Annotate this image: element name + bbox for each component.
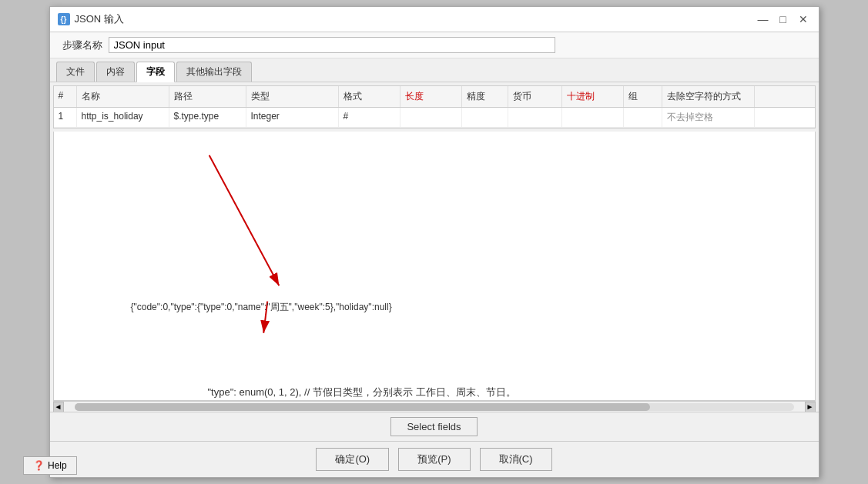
close-button[interactable]: ✕ — [796, 12, 811, 27]
cell-currency — [508, 108, 562, 127]
fields-table: # 名称 路径 类型 格式 长度 精度 货币 十进制 组 去除空字符的方式 1 … — [53, 85, 816, 129]
scrollbar-thumb[interactable] — [75, 403, 650, 411]
step-name-row: 步骤名称 document.querySelector('.step-input… — [50, 32, 819, 58]
tab-field[interactable]: 字段 — [136, 62, 175, 82]
select-fields-button[interactable]: Select fields — [390, 417, 477, 436]
step-label: 步骤名称 — [62, 38, 102, 52]
col-trim: 去除空字符的方式 — [662, 86, 755, 107]
table-row[interactable]: 1 http_is_holiday $.type.type Integer # … — [54, 108, 815, 128]
scroll-left-arrow[interactable]: ◄ — [53, 402, 64, 412]
select-fields-bar: Select fields — [50, 412, 819, 441]
cell-name: http_is_holiday — [77, 108, 169, 127]
tab-content[interactable]: 内容 — [96, 62, 135, 82]
col-path: 路径 — [169, 86, 246, 107]
window-title: JSON 输入 — [75, 12, 124, 26]
help-icon: ❓ — [33, 460, 45, 471]
maximize-button[interactable]: □ — [776, 12, 791, 27]
content-area: {"code":0,"type":{"type":0,"name":"周五","… — [53, 132, 816, 401]
col-type: 类型 — [246, 86, 339, 107]
col-length: 长度 — [400, 86, 462, 107]
footer: 确定(O) 预览(P) 取消(C) — [50, 441, 819, 477]
json-sample-text: {"code":0,"type":{"type":0,"name":"周五","… — [131, 301, 392, 314]
tab-file[interactable]: 文件 — [56, 62, 95, 82]
col-num: # — [54, 86, 77, 107]
ok-button[interactable]: 确定(O) — [316, 448, 389, 471]
cancel-button[interactable]: 取消(C) — [480, 448, 552, 471]
cell-length — [400, 108, 462, 127]
cell-type: Integer — [246, 108, 339, 127]
scrollbar-track[interactable] — [75, 403, 794, 411]
help-section: ❓ Help — [23, 456, 77, 475]
cell-format: # — [339, 108, 400, 127]
tab-bar: 文件 内容 字段 其他输出字段 — [50, 58, 819, 82]
col-precision: 精度 — [462, 86, 508, 107]
comment-text: "type": enum(0, 1, 2), // 节假日类型，分别表示 工作日… — [208, 386, 516, 399]
cell-decimal — [562, 108, 624, 127]
app-icon: {} — [58, 13, 70, 25]
cell-num: 1 — [54, 108, 77, 127]
minimize-button[interactable]: — — [756, 12, 771, 27]
cell-precision — [462, 108, 508, 127]
help-label: Help — [48, 460, 67, 471]
col-format: 格式 — [339, 86, 400, 107]
step-name-input[interactable] — [109, 37, 555, 53]
title-bar: {} JSON 输入 — □ ✕ — [50, 7, 819, 32]
scroll-right-arrow[interactable]: ► — [805, 402, 816, 412]
col-group: 组 — [624, 86, 662, 107]
col-name: 名称 — [77, 86, 169, 107]
tab-other-output[interactable]: 其他输出字段 — [176, 62, 252, 82]
arrows-overlay — [54, 132, 815, 400]
col-currency: 货币 — [508, 86, 562, 107]
cell-trim: 不去掉空格 — [662, 108, 755, 127]
help-button[interactable]: ❓ Help — [23, 456, 77, 475]
preview-button[interactable]: 预览(P) — [398, 448, 470, 471]
cell-group — [624, 108, 662, 127]
svg-line-1 — [209, 155, 279, 285]
cell-path: $.type.type — [169, 108, 246, 127]
table-header: # 名称 路径 类型 格式 长度 精度 货币 十进制 组 去除空字符的方式 — [54, 86, 815, 108]
horizontal-scrollbar[interactable]: ◄ ► — [53, 401, 816, 412]
col-decimal: 十进制 — [562, 86, 624, 107]
